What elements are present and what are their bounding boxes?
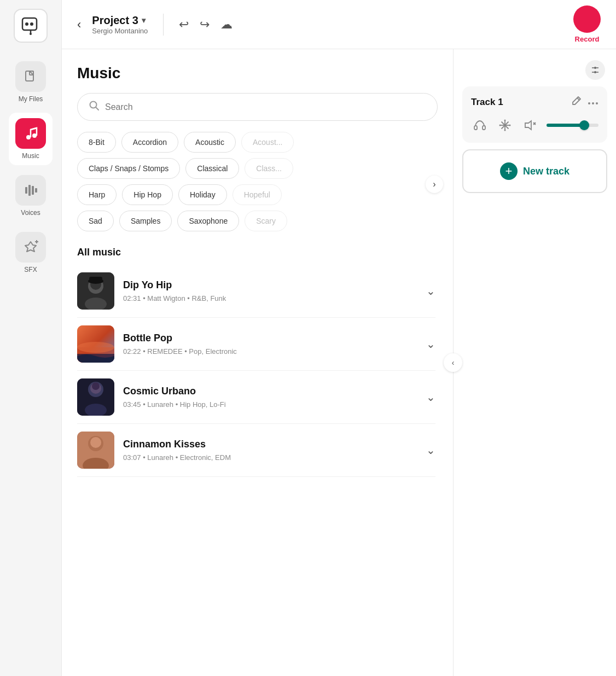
track-edit-icon[interactable] [571, 95, 582, 109]
music-name: Cinnamon Kisses [123, 439, 417, 450]
panel-toggle-button[interactable]: ‹ [444, 353, 462, 372]
track-filter-button[interactable] [585, 60, 605, 80]
music-item-bottle-pop[interactable]: Bottle Pop 02:22 • REMEDEE • Pop, Electr… [77, 318, 435, 371]
project-info: Project 3 ▾ Sergio Montanino [92, 14, 148, 35]
topbar-actions: ↩ ↪ ☁ [179, 18, 233, 32]
chip-saxophone[interactable]: Saxophone [177, 211, 239, 231]
svg-rect-22 [89, 277, 102, 281]
svg-point-31 [92, 382, 100, 390]
chip-8bit[interactable]: 8-Bit [77, 132, 116, 153]
music-info: Bottle Pop 02:22 • REMEDEE • Pop, Electr… [123, 333, 417, 356]
music-item-dip-yo-hip[interactable]: Dip Yo Hip 02:31 • Matt Wigton • R&B, Fu… [77, 265, 435, 318]
cloud-icon[interactable]: ☁ [220, 18, 233, 32]
sidebar-item-sfx[interactable]: SFX [9, 226, 53, 279]
svg-rect-11 [32, 186, 34, 195]
svg-rect-46 [474, 126, 477, 130]
user-name: Sergio Montanino [92, 27, 148, 35]
svg-point-36 [594, 67, 596, 69]
all-music-label: All music [77, 247, 438, 258]
svg-rect-12 [35, 188, 37, 193]
topbar-divider [163, 14, 164, 36]
track-card-header: Track 1 [471, 95, 598, 109]
search-input[interactable] [105, 102, 426, 112]
track-panel: ‹ Track 1 [453, 49, 616, 676]
sfx-icon [15, 232, 46, 263]
chip-claps[interactable]: Claps / Snaps / Stomps [77, 158, 180, 179]
track-filter-area [462, 58, 607, 80]
track-card: Track 1 [462, 86, 607, 143]
music-panel: Music 8-Bit Accordion Acoustic Acoust... [62, 49, 453, 676]
filter-arrow-button[interactable]: › [426, 176, 443, 193]
filter-row-4: Sad Samples Saxophone Scary [77, 211, 438, 231]
sidebar-item-label: SFX [24, 266, 37, 273]
chip-holiday[interactable]: Holiday [178, 184, 227, 205]
music-thumb [77, 272, 114, 310]
chip-hip-hop[interactable]: Hip Hop [122, 184, 173, 205]
back-button[interactable]: ‹ [77, 18, 81, 32]
svg-point-55 [509, 125, 511, 126]
svg-rect-9 [25, 187, 27, 194]
sidebar-item-music[interactable]: Music [9, 113, 53, 165]
expand-icon[interactable]: ⌄ [426, 337, 435, 351]
music-info: Cosmic Urbano 03:45 • Lunareh • Hip Hop,… [123, 386, 417, 409]
expand-icon[interactable]: ⌄ [426, 284, 435, 298]
expand-icon[interactable]: ⌄ [426, 391, 435, 404]
music-list: Dip Yo Hip 02:31 • Matt Wigton • R&B, Fu… [77, 265, 438, 676]
chip-scary-faded: Scary [245, 211, 287, 231]
track-more-icon[interactable] [588, 96, 598, 108]
freeze-button[interactable] [496, 116, 514, 134]
new-track-label: New track [523, 166, 569, 177]
volume-slider[interactable] [547, 124, 598, 127]
headphone-button[interactable] [471, 116, 489, 134]
chip-harp[interactable]: Harp [77, 184, 117, 205]
music-thumb [77, 378, 114, 416]
music-meta: 03:07 • Lunareh • Electronic, EDM [123, 453, 417, 462]
redo-icon[interactable]: ↪ [200, 18, 210, 32]
track-controls [471, 116, 598, 134]
record-button[interactable]: Record [573, 5, 601, 43]
music-item-cosmic-urbano[interactable]: Cosmic Urbano 03:45 • Lunareh • Hip Hop,… [77, 371, 435, 424]
track-name: Track 1 [471, 97, 503, 108]
chip-sad[interactable]: Sad [77, 211, 114, 231]
svg-rect-0 [22, 18, 37, 30]
music-item-cinnamon-kisses[interactable]: Cinnamon Kisses 03:07 • Lunareh • Electr… [77, 424, 435, 477]
new-track-plus-icon: + [500, 162, 518, 180]
record-circle [573, 5, 601, 33]
undo-icon[interactable]: ↩ [179, 18, 189, 32]
files-icon [15, 61, 46, 92]
music-name: Dip Yo Hip [123, 279, 417, 291]
sidebar-item-voices[interactable]: Voices [9, 170, 53, 222]
mute-button[interactable] [521, 116, 539, 134]
chip-samples[interactable]: Samples [119, 211, 172, 231]
app-logo [14, 9, 48, 43]
new-track-button[interactable]: + New track [462, 149, 607, 193]
svg-rect-10 [28, 185, 31, 196]
chip-class-faded: Class... [245, 158, 293, 179]
volume-thumb[interactable] [579, 120, 589, 130]
chip-classical[interactable]: Classical [185, 158, 239, 179]
filter-row-3: Harp Hip Hop Holiday Hopeful [77, 184, 438, 205]
search-bar[interactable] [77, 93, 438, 121]
svg-point-1 [25, 22, 28, 26]
filter-row-1: 8-Bit Accordion Acoustic Acoust... [77, 132, 438, 153]
svg-line-16 [96, 107, 98, 110]
music-meta: 02:22 • REMEDEE • Pop, Electronic [123, 347, 417, 356]
expand-icon[interactable]: ⌄ [426, 444, 435, 457]
chip-acoust-faded: Acoust... [241, 132, 294, 153]
filter-row-2: Claps / Snaps / Stomps Classical Class..… [77, 158, 438, 179]
project-chevron-icon[interactable]: ▾ [142, 16, 146, 25]
svg-point-43 [588, 102, 590, 104]
music-meta: 02:31 • Matt Wigton • R&B, Funk [123, 294, 417, 302]
chip-accordion[interactable]: Accordion [121, 132, 178, 153]
svg-point-53 [504, 130, 506, 131]
project-name: Project 3 ▾ [92, 14, 148, 27]
sidebar-item-label: My Files [19, 95, 43, 103]
chip-acoustic[interactable]: Acoustic [184, 132, 236, 153]
music-name: Bottle Pop [123, 333, 417, 344]
svg-point-35 [90, 437, 101, 448]
content-area: Music 8-Bit Accordion Acoustic Acoust... [62, 49, 616, 676]
sidebar: My Files Music Voices [0, 0, 62, 676]
svg-rect-47 [483, 126, 485, 130]
svg-point-52 [504, 120, 506, 121]
sidebar-item-my-files[interactable]: My Files [9, 56, 53, 108]
